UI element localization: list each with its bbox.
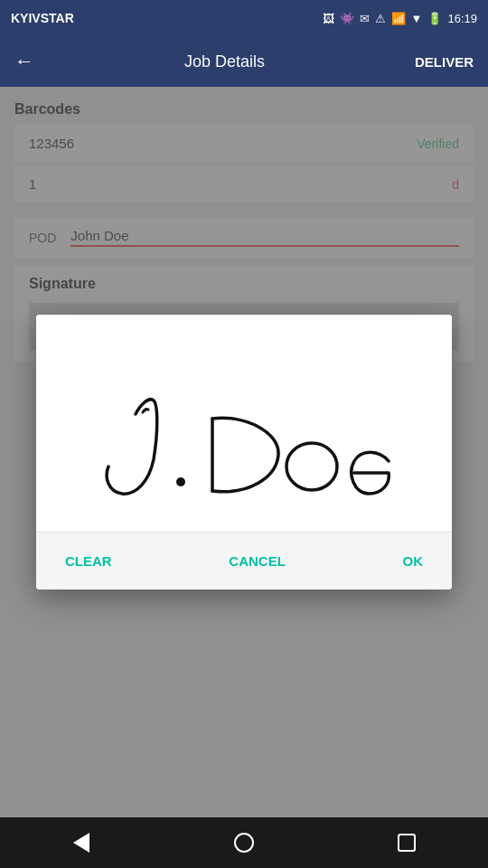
msg-icon: ✉ <box>360 12 370 25</box>
back-nav-icon <box>73 833 89 853</box>
svg-point-1 <box>286 443 337 490</box>
signal-icon: 📶 <box>391 12 406 25</box>
carrier-name: KYIVSTAR <box>11 11 74 25</box>
photo-icon: 🖼 <box>323 12 334 25</box>
dialog-overlay: CLEAR CANCEL OK <box>0 87 488 817</box>
svg-point-0 <box>176 477 185 486</box>
page-title: Job Details <box>184 52 265 71</box>
bottom-nav <box>0 817 488 868</box>
main-content: Barcodes 123456 Verified 1 d POD John Do… <box>0 87 488 817</box>
home-nav-icon <box>234 833 254 853</box>
nav-recent-button[interactable] <box>389 825 425 861</box>
battery-icon: 🔋 <box>427 12 442 25</box>
clock: 16:19 <box>447 12 477 25</box>
nav-home-button[interactable] <box>226 825 262 861</box>
status-icons: 🖼 👾 ✉ ⚠ 📶 ▼ 🔋 16:19 <box>323 12 477 25</box>
header: ← Job Details DELIVER <box>0 36 488 87</box>
clear-button[interactable]: CLEAR <box>54 546 123 576</box>
warning-icon: ⚠ <box>375 12 386 25</box>
back-button[interactable]: ← <box>14 50 34 73</box>
ok-button[interactable]: OK <box>391 546 434 576</box>
recent-nav-icon <box>398 834 416 852</box>
wifi-icon: ▼ <box>411 12 423 25</box>
signature-dialog: CLEAR CANCEL OK <box>36 315 452 590</box>
signature-canvas[interactable] <box>36 315 452 532</box>
cancel-button[interactable]: CANCEL <box>218 546 296 576</box>
dialog-actions: CLEAR CANCEL OK <box>36 532 452 590</box>
deliver-button[interactable]: DELIVER <box>415 54 474 70</box>
notification-icon: 👾 <box>340 12 354 25</box>
nav-back-button[interactable] <box>63 825 99 861</box>
status-bar: KYIVSTAR 🖼 👾 ✉ ⚠ 📶 ▼ 🔋 16:19 <box>0 0 488 36</box>
